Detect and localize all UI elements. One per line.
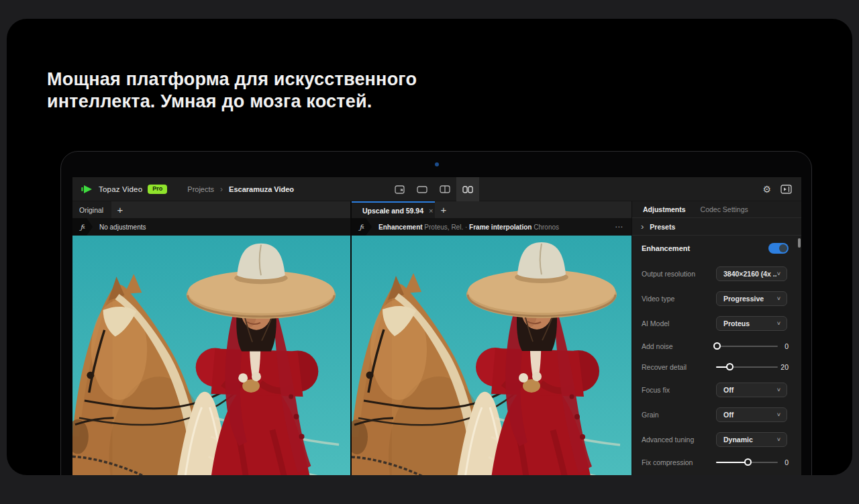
setting-label: Recover detail — [642, 363, 716, 371]
setting-slider[interactable] — [716, 339, 778, 354]
slider-track[interactable] — [716, 346, 778, 347]
no-adjustments-label: No adjustments — [99, 223, 146, 231]
video-frame-original — [72, 236, 350, 475]
hero-heading-line2: интеллекта. Умная до мозга костей. — [47, 91, 417, 113]
split-view-button[interactable] — [434, 177, 456, 201]
chevron-down-icon: ∨ — [776, 270, 781, 276]
brand[interactable]: Topaz Video Pro — [72, 185, 167, 194]
chevron-down-icon: ∨ — [776, 320, 781, 326]
setting-dropdown[interactable]: Off∨ — [716, 407, 787, 422]
breadcrumb-projects[interactable]: Projects — [187, 185, 214, 193]
device-mockup: Topaz Video Pro Projects › Escaramuza Vi… — [60, 151, 812, 475]
tab-codec-settings[interactable]: Codec Settings — [701, 205, 748, 213]
dropdown-value: Off — [723, 386, 776, 394]
topaz-logo-icon — [81, 185, 93, 194]
dropdown-value: Proteus — [723, 319, 776, 327]
setting-dropdown[interactable]: Progressive∨ — [716, 291, 787, 306]
hero-heading: Мощная платформа для искусственного инте… — [47, 68, 417, 113]
pro-badge: Pro — [148, 185, 167, 194]
fx-x: x — [362, 225, 364, 230]
scale-view-button[interactable] — [388, 177, 411, 201]
side-by-side-view-button[interactable] — [456, 177, 479, 201]
enhancement-filter-name: Enhancement — [378, 223, 423, 231]
tab-upscale[interactable]: Upscale and 59.94 × — [352, 201, 435, 218]
tab-upscale-label: Upscale and 59.94 — [362, 207, 423, 215]
tab-original[interactable]: Original — [72, 201, 111, 218]
breadcrumb-separator-icon: › — [220, 185, 223, 194]
brand-name: Topaz Video — [99, 185, 142, 193]
fx-x: x — [83, 225, 85, 230]
setting-dropdown[interactable]: Proteus∨ — [716, 316, 787, 331]
breadcrumb-current: Escaramuza Video — [229, 185, 294, 193]
filter-separator: · — [465, 223, 467, 231]
tab-close-icon[interactable]: × — [429, 207, 433, 215]
frame-interp-filter-detail: Chronos — [534, 223, 559, 231]
setting-label: Video type — [642, 295, 716, 303]
enhancement-header-row: Enhancement — [642, 236, 789, 261]
single-view-icon — [417, 186, 427, 193]
setting-label: Grain — [642, 411, 716, 419]
slider-handle[interactable] — [713, 342, 721, 350]
setting-dropdown[interactable]: Dynamic∨ — [716, 432, 787, 447]
panel-body: Enhancement Output resolution3840×2160 (… — [632, 236, 801, 475]
slider-fill — [716, 462, 748, 463]
slider-handle[interactable] — [744, 458, 752, 466]
chevron-right-icon: › — [641, 222, 644, 231]
setting-slider[interactable] — [716, 360, 778, 374]
chevron-down-icon: ∨ — [776, 387, 781, 393]
dropdown-value: Progressive — [723, 295, 776, 303]
panel-tab-bar: Adjustments Codec Settings — [632, 201, 801, 218]
panel-row: Improve detail8 — [642, 472, 789, 475]
tab-strip: Original + Upscale and 59.94 × + — [72, 201, 631, 218]
slider-value: 0 — [778, 458, 789, 466]
video-preview-original[interactable] — [72, 236, 350, 475]
panel-row: GrainOff∨ — [642, 402, 789, 427]
slider-handle[interactable] — [726, 363, 734, 370]
hero-heading-line1: Мощная платформа для искусственного — [47, 68, 417, 91]
more-options-icon[interactable]: ⋯ — [615, 222, 623, 232]
enhancement-toggle[interactable] — [768, 243, 789, 254]
add-tab-left-button[interactable]: + — [111, 201, 129, 218]
panel-row: Focus fixOff∨ — [642, 377, 789, 402]
page: Мощная платформа для искусственного инте… — [0, 0, 859, 504]
add-tab-right-button[interactable]: + — [435, 201, 452, 218]
frame-interp-filter-name: Frame interpolation — [469, 223, 532, 231]
breadcrumb: Projects › Escaramuza Video — [187, 185, 294, 194]
tab-original-label: Original — [79, 206, 103, 214]
enhancement-filter-detail: Proteus, Rel. — [424, 223, 463, 231]
filterbar-original: ƒx No adjustments — [72, 218, 350, 236]
setting-dropdown[interactable]: Off∨ — [716, 383, 787, 397]
settings-rows: Output resolution3840×2160 (4x ...∨Video… — [642, 261, 789, 475]
setting-label: AI Model — [642, 319, 716, 327]
setting-slider[interactable] — [716, 455, 778, 470]
tab-adjustments[interactable]: Adjustments — [643, 205, 686, 213]
export-panel-button[interactable] — [780, 185, 792, 194]
slider-value: 20 — [778, 363, 789, 371]
side-by-side-view-icon — [462, 186, 473, 193]
presets-label: Presets — [650, 223, 675, 231]
enhancement-section-label: Enhancement — [642, 244, 690, 252]
chevron-down-icon: ∨ — [776, 436, 781, 442]
setting-label: Fix compression — [642, 458, 716, 466]
chevron-down-icon: ∨ — [776, 411, 781, 417]
single-view-button[interactable] — [411, 177, 434, 201]
dropdown-value: Dynamic — [723, 436, 776, 444]
camera-dot — [435, 162, 439, 166]
panel-row: Fix compression0 — [642, 452, 789, 472]
video-preview-upscaled[interactable] — [352, 236, 631, 475]
presets-expander[interactable]: › Presets — [632, 218, 801, 236]
view-mode-group — [388, 177, 479, 201]
setting-label: Advanced tuning — [642, 436, 716, 444]
marketing-card: Мощная платформа для искусственного инте… — [7, 19, 852, 475]
panel-row: Advanced tuningDynamic∨ — [642, 427, 789, 452]
chevron-down-icon: ∨ — [776, 295, 781, 301]
fx-icon: ƒx — [352, 218, 372, 236]
setting-dropdown[interactable]: 3840×2160 (4x ...∨ — [716, 266, 787, 281]
fx-icon: ƒx — [72, 218, 93, 236]
panel-row: Add noise0 — [642, 336, 789, 356]
settings-gear-button[interactable]: ⚙ — [762, 185, 771, 194]
app-window: Topaz Video Pro Projects › Escaramuza Vi… — [72, 177, 801, 475]
applied-filters-label: Enhancement Proteus, Rel. · Frame interp… — [378, 223, 559, 231]
panel-row: Video typeProgressive∨ — [642, 286, 789, 311]
slider-value: 0 — [778, 342, 789, 350]
